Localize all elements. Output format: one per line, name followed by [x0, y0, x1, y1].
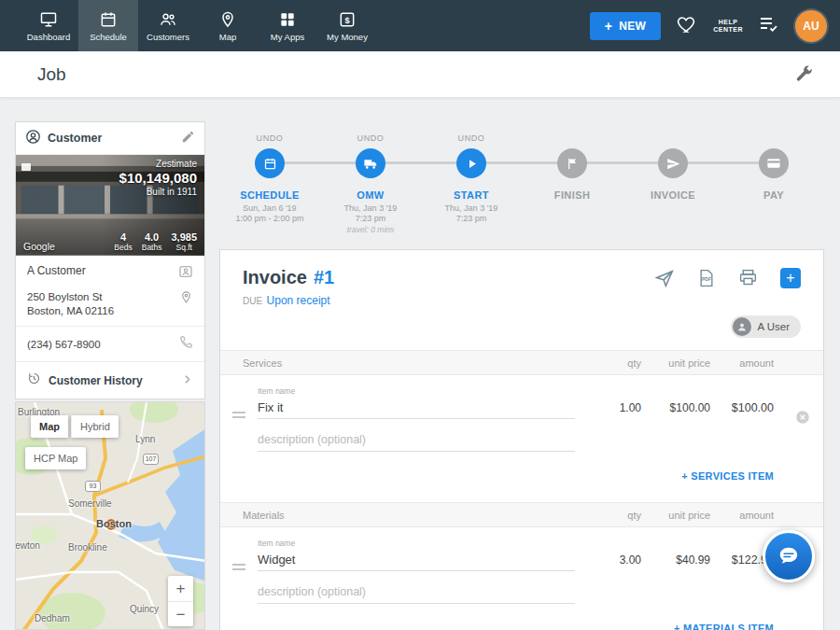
map-label: Dedham	[35, 613, 70, 623]
customer-card-title: Customer	[48, 132, 175, 145]
new-button-label: NEW	[619, 20, 646, 33]
material-item-row: Item name 3.00 $40.99 $122.97	[220, 527, 823, 571]
step-schedule-circle[interactable]	[255, 148, 285, 178]
customer-phone: (234) 567-8900	[27, 339, 179, 350]
top-nav: Dashboard Schedule Customers Map My Apps…	[0, 0, 840, 51]
nav-item-map[interactable]: Map	[198, 0, 258, 51]
delete-item-icon[interactable]	[794, 409, 811, 429]
undo-start-button[interactable]: UNDO	[421, 133, 522, 143]
col-header-amount: amount	[710, 510, 774, 521]
section-title: Materials	[243, 510, 576, 521]
send-icon	[666, 157, 680, 171]
step-invoice-circle[interactable]	[658, 148, 688, 178]
map-type-hybrid-button[interactable]: Hybrid	[71, 415, 119, 438]
chat-bubble-button[interactable]	[763, 530, 815, 582]
map-label: Somerville	[68, 498, 112, 509]
zoom-out-button[interactable]: −	[168, 601, 193, 626]
customer-card: Customer	[15, 121, 205, 399]
step-label: START	[421, 189, 522, 201]
drag-handle-icon[interactable]	[232, 407, 245, 424]
add-services-item-link[interactable]: + SERVICES ITEM	[681, 470, 774, 482]
map-zoom-control: + −	[168, 576, 193, 626]
map-label: Quincy	[130, 604, 159, 614]
nav-item-dashboard[interactable]: Dashboard	[19, 0, 78, 51]
pdf-icon[interactable]: PDF	[697, 269, 716, 287]
materials-section-header: Materials qty unit price amount	[220, 502, 823, 527]
item-name-input[interactable]	[258, 399, 575, 419]
chat-icon	[777, 544, 801, 568]
item-name-label: Item name	[258, 539, 575, 548]
undo-schedule-button[interactable]: UNDO	[219, 133, 320, 143]
customer-icon	[25, 129, 41, 148]
nav-item-schedule[interactable]: Schedule	[78, 0, 138, 51]
step-date: Thu, Jan 3 '197:23 pm	[421, 203, 522, 224]
item-qty[interactable]: 1.00	[576, 401, 641, 419]
map-canvas[interactable]: Burlington Lynn 107 Somerville Boston Ne…	[16, 402, 204, 629]
invoice-number: #1	[314, 267, 334, 288]
step-label: INVOICE	[623, 189, 723, 201]
nav-right: + NEW HELP CENTER AU	[590, 0, 840, 51]
step-finish-circle[interactable]	[557, 148, 587, 178]
col-header-qty: qty	[576, 357, 641, 369]
user-avatar[interactable]: AU	[795, 10, 827, 42]
send-invoice-icon[interactable]	[654, 268, 675, 288]
step-label: OMW	[320, 189, 421, 201]
customer-phone-row: (234) 567-8900	[16, 327, 204, 361]
nav-item-label: Dashboard	[27, 32, 70, 42]
map-type-map-button[interactable]: Map	[31, 415, 68, 438]
item-qty[interactable]: 3.00	[576, 553, 641, 571]
app-window: Dashboard Schedule Customers Map My Apps…	[0, 0, 840, 630]
nav-item-label: My Apps	[271, 32, 304, 42]
item-unit-price[interactable]: $100.00	[641, 401, 710, 419]
contact-card-icon[interactable]	[178, 264, 193, 283]
flag-icon	[566, 157, 580, 171]
col-header-qty: qty	[576, 510, 641, 521]
print-icon[interactable]	[738, 268, 758, 287]
step-pay-circle[interactable]	[759, 148, 789, 178]
due-terms-link[interactable]: Upon receipt	[267, 294, 330, 307]
job-progress-stepper: UNDO SCHEDULE Sun, Jan 6 '191:00 pm - 2:…	[219, 133, 824, 245]
add-materials-item-link[interactable]: + MATERIALS ITEM	[674, 623, 774, 630]
edit-pencil-icon[interactable]	[181, 130, 195, 147]
nav-item-label: Schedule	[90, 32, 127, 42]
zestimate-value: $10,149,080	[119, 170, 197, 186]
nav-item-my-money[interactable]: $ My Money	[317, 0, 377, 51]
property-photo[interactable]: Zestimate $10,149,080 Built in 1911 4Bed…	[16, 155, 204, 256]
item-name-input[interactable]	[258, 551, 575, 571]
zoom-in-button[interactable]: +	[168, 576, 193, 601]
nav-item-label: Customers	[147, 32, 189, 42]
location-pin-icon[interactable]	[179, 290, 193, 308]
add-materials-row: + MATERIALS ITEM	[220, 604, 823, 630]
item-name-field: Item name	[258, 539, 575, 571]
add-services-row: + SERVICES ITEM	[220, 452, 823, 502]
undo-omw-button[interactable]: UNDO	[320, 133, 421, 143]
step-omw: UNDO OMW Thu, Jan 3 '197:23 pm travel: 0…	[320, 133, 421, 234]
step-start-circle[interactable]	[456, 148, 486, 178]
step-label: SCHEDULE	[219, 189, 320, 201]
referral-heart-icon[interactable]	[676, 13, 698, 39]
phone-icon[interactable]	[179, 335, 193, 353]
new-button[interactable]: + NEW	[590, 12, 661, 40]
col-header-unit-price: unit price	[641, 357, 710, 369]
hcp-map-button[interactable]: HCP Map	[25, 447, 86, 469]
add-invoice-button[interactable]: +	[780, 268, 801, 288]
step-omw-circle[interactable]	[356, 148, 385, 178]
nav-item-my-apps[interactable]: My Apps	[258, 0, 317, 51]
route-shield: 93	[85, 481, 101, 492]
material-desc-row	[220, 571, 823, 604]
invoice-title: Invoice	[243, 267, 307, 288]
job-tools-icon[interactable]	[793, 64, 814, 89]
drag-handle-icon[interactable]	[232, 559, 245, 576]
item-description-input[interactable]	[258, 431, 575, 452]
help-line2: CENTER	[713, 26, 743, 34]
task-list-icon[interactable]	[758, 13, 780, 39]
assigned-user-chip[interactable]: A User	[731, 315, 801, 338]
help-center-button[interactable]: HELP CENTER	[713, 19, 743, 34]
customer-history-row[interactable]: Customer History	[16, 362, 204, 399]
item-description-input[interactable]	[258, 583, 575, 604]
item-unit-price[interactable]: $40.99	[641, 553, 710, 571]
col-header-unit-price: unit price	[641, 510, 710, 521]
nav-item-customers[interactable]: Customers	[138, 0, 198, 51]
travel-note: travel: 0 mins	[320, 225, 421, 234]
map-pin-icon	[218, 10, 237, 29]
